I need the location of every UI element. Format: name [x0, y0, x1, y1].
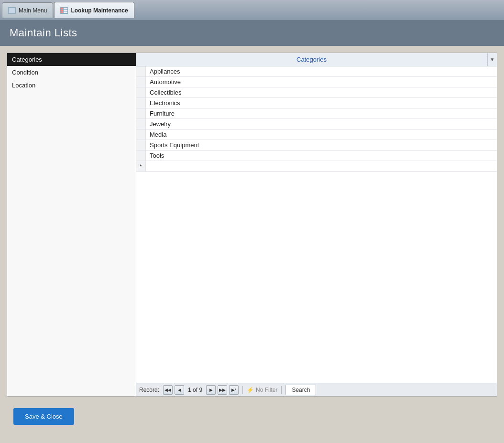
grid-row-jewelry[interactable]: Jewelry [136, 119, 497, 130]
nav-last-button[interactable]: ▶▶ [218, 385, 227, 395]
list-item-categories[interactable]: Categories [7, 53, 136, 66]
grid-column-header: Categories [136, 56, 487, 63]
page-header: Maintain Lists [0, 20, 504, 46]
page-title: Maintain Lists [10, 27, 77, 39]
grid-body: Appliances Automotive Collectibles [136, 66, 497, 383]
tab-main-menu-label: Main Menu [19, 7, 47, 14]
save-close-button[interactable]: Save & Close [13, 408, 74, 425]
row-indicator-2 [136, 77, 146, 87]
row-cell-collectibles: Collectibles [146, 87, 497, 97]
nav-new-button[interactable]: ▶* [229, 385, 239, 395]
grid-row-tools[interactable]: Tools [136, 151, 497, 161]
no-filter-label: No Filter [256, 387, 277, 393]
row-indicator-7 [136, 130, 146, 140]
filter-icon: ⚡ [247, 387, 254, 393]
lookup-maintenance-icon [60, 7, 68, 14]
list-item-location[interactable]: Location [7, 79, 136, 92]
tab-lookup-maintenance[interactable]: Lookup Maintenance [54, 2, 134, 18]
row-indicator-5 [136, 108, 146, 119]
nav-separator [242, 386, 243, 394]
main-content: Categories Condition Location Categories… [0, 46, 504, 436]
grid-row-new[interactable]: * [136, 161, 497, 172]
tab-main-menu[interactable]: Main Menu [2, 2, 53, 18]
grid-row-automotive[interactable]: Automotive [136, 77, 497, 87]
row-indicator-1 [136, 66, 146, 76]
row-indicator-6 [136, 119, 146, 129]
title-bar: Main Menu Lookup Maintenance [0, 0, 504, 20]
grid-row-electronics[interactable]: Electronics [136, 98, 497, 108]
row-indicator-3 [136, 87, 146, 97]
grid-row-appliances[interactable]: Appliances [136, 66, 497, 77]
grid-row-media[interactable]: Media [136, 130, 497, 140]
row-cell-sports: Sports Equipment [146, 140, 497, 150]
bottom-bar: Save & Close [7, 403, 497, 430]
search-button[interactable]: Search [285, 385, 316, 395]
nav-filter: ⚡ No Filter [247, 387, 277, 393]
tab-lookup-maintenance-label: Lookup Maintenance [71, 7, 128, 14]
nav-next-button[interactable]: ▶ [206, 385, 216, 395]
grid-row-collectibles[interactable]: Collectibles [136, 87, 497, 98]
nav-page-info: 1 of 9 [186, 387, 204, 393]
main-menu-icon [8, 7, 16, 14]
right-area: Categories ▼ Appliances Automotive [136, 53, 497, 396]
row-cell-jewelry: Jewelry [146, 119, 497, 129]
row-cell-tools: Tools [146, 151, 497, 161]
row-cell-automotive: Automotive [146, 77, 497, 87]
grid-column-dropdown[interactable]: ▼ [487, 53, 497, 66]
nav-bar: Record: ◀◀ ◀ 1 of 9 ▶ ▶▶ ▶* ⚡ No Filter … [136, 383, 497, 396]
new-row-cell[interactable] [146, 161, 497, 171]
left-list: Categories Condition Location [7, 53, 136, 396]
nav-separator-2 [281, 386, 282, 394]
main-panel: Categories Condition Location Categories… [7, 53, 497, 397]
nav-prev-button[interactable]: ◀ [175, 385, 184, 395]
grid-row-furniture[interactable]: Furniture [136, 108, 497, 119]
new-row-indicator: * [136, 161, 146, 171]
row-cell-media: Media [146, 130, 497, 140]
grid-row-sports[interactable]: Sports Equipment [136, 140, 497, 151]
row-indicator-9 [136, 151, 146, 161]
grid-header: Categories ▼ [136, 53, 497, 66]
record-label: Record: [139, 387, 159, 393]
row-indicator-8 [136, 140, 146, 150]
list-item-condition[interactable]: Condition [7, 66, 136, 79]
row-indicator-4 [136, 98, 146, 108]
row-cell-electronics: Electronics [146, 98, 497, 108]
row-cell-appliances: Appliances [146, 66, 497, 76]
row-cell-furniture: Furniture [146, 108, 497, 119]
nav-first-button[interactable]: ◀◀ [163, 385, 173, 395]
